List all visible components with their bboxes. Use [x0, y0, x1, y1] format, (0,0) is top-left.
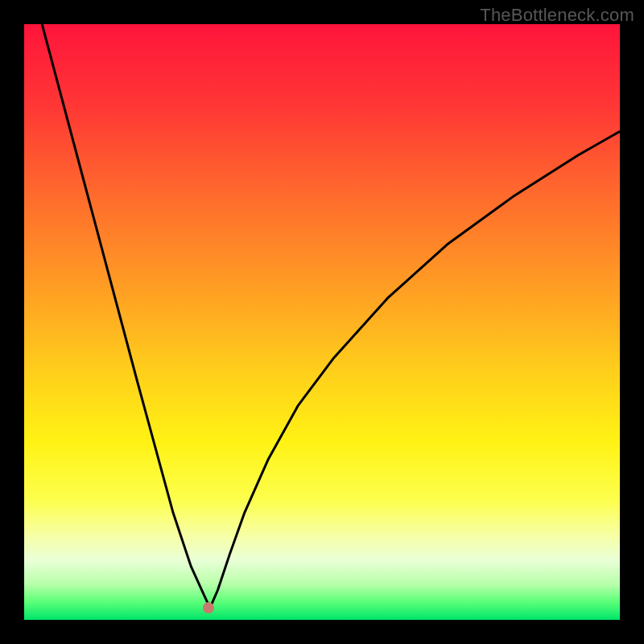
chart-frame — [24, 24, 620, 620]
bottleneck-curve — [24, 24, 620, 620]
watermark-text: TheBottleneck.com — [480, 5, 634, 26]
